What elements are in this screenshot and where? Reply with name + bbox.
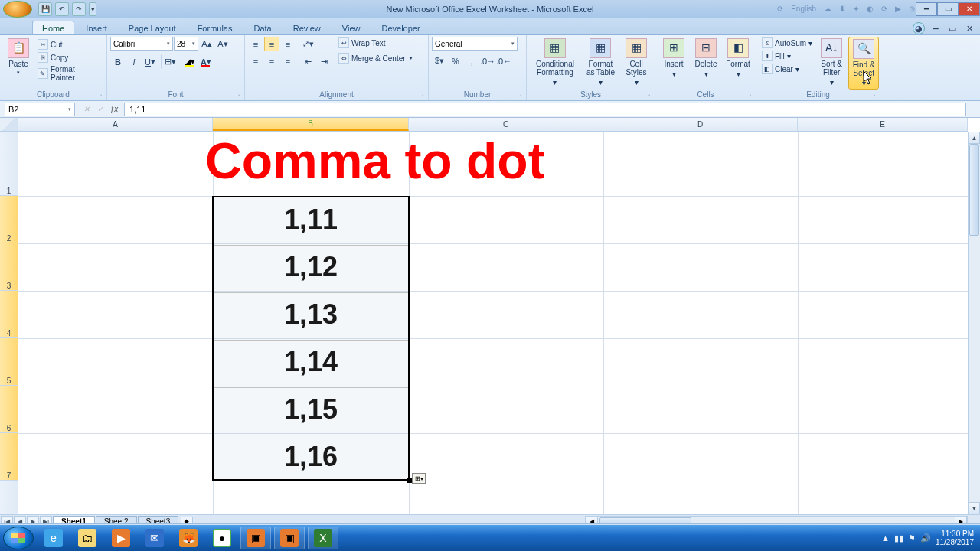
merge-icon: ⇔ <box>338 53 349 64</box>
italic-button[interactable]: I <box>126 54 142 69</box>
percent-format-icon[interactable]: % <box>448 54 463 68</box>
taskbar-firefox-icon[interactable]: 🦊 <box>173 527 204 549</box>
increase-indent-icon[interactable]: ⇥ <box>316 54 332 69</box>
border-button[interactable]: ⊞▾ <box>162 54 178 69</box>
name-box[interactable]: B2▾ <box>5 103 75 116</box>
tab-data[interactable]: Data <box>243 21 281 34</box>
bold-button[interactable]: B <box>110 54 126 69</box>
tab-home[interactable]: Home <box>32 21 74 34</box>
minimize-button[interactable]: ━ <box>916 2 937 16</box>
tray-network-icon[interactable]: ▮▮ <box>894 533 903 543</box>
taskbar-app2-icon[interactable]: ▣ <box>274 527 305 549</box>
autofill-options-icon[interactable]: ⊞▾ <box>412 473 426 484</box>
align-right-icon[interactable]: ≡ <box>280 54 296 69</box>
insert-cells-button[interactable]: ⊞Insert▾ <box>658 37 689 80</box>
tab-formulas[interactable]: Formulas <box>188 21 243 34</box>
qat-customize-icon[interactable]: ▾ <box>89 2 96 16</box>
start-button[interactable] <box>3 527 34 549</box>
clear-button[interactable]: ◧Clear▾ <box>760 63 815 75</box>
col-header-B[interactable]: B <box>213 118 409 131</box>
tray-flag-icon[interactable]: ⚑ <box>908 533 916 543</box>
formula-input[interactable]: 1,11 <box>124 103 966 116</box>
align-bottom-icon[interactable]: ≡ <box>280 37 296 51</box>
close-workbook-icon[interactable]: ✕ <box>963 22 975 34</box>
conditional-formatting-button[interactable]: ▦Conditional Formatting▾ <box>530 37 580 88</box>
font-color-button[interactable]: A▾ <box>198 54 214 69</box>
format-painter-button[interactable]: ✎Format Painter <box>35 64 103 83</box>
merge-center-button[interactable]: ⇔Merge & Center▾ <box>336 52 415 64</box>
taskbar-app1-icon[interactable]: ▣ <box>240 527 271 549</box>
underline-button[interactable]: U▾ <box>142 54 158 69</box>
close-button[interactable]: ✕ <box>959 2 980 16</box>
shrink-font-icon[interactable]: A▾ <box>215 37 230 51</box>
help-icon[interactable]: ◕ <box>913 22 925 34</box>
number-format-select[interactable]: General▾ <box>432 37 518 51</box>
sort-filter-button[interactable]: A↓Sort & Filter▾ <box>816 37 847 88</box>
autosum-button[interactable]: ΣAutoSum▾ <box>760 37 815 49</box>
tray-up-icon[interactable]: ▲ <box>881 533 890 543</box>
row-header-3[interactable]: 3 <box>0 243 18 291</box>
taskbar-mail-icon[interactable]: ✉ <box>139 527 170 549</box>
decrease-decimal-icon[interactable]: .0← <box>496 54 511 68</box>
tray-clock[interactable]: 11:30 PM 11/28/2017 <box>936 530 974 546</box>
row-header-2[interactable]: 2 <box>0 196 18 243</box>
restore-window-icon[interactable]: ▭ <box>946 22 959 34</box>
find-select-button[interactable]: 🔍Find & Select▾ <box>848 37 879 90</box>
align-top-icon[interactable]: ≡ <box>248 37 263 51</box>
vertical-scrollbar[interactable]: ▲ ▼ <box>968 132 980 514</box>
orientation-icon[interactable]: ⤢▾ <box>300 37 315 51</box>
tab-review[interactable]: Review <box>283 21 331 34</box>
cell-styles-button[interactable]: ▦Cell Styles▾ <box>621 37 652 88</box>
taskbar-explorer-icon[interactable]: 🗂 <box>72 527 103 549</box>
row-header-5[interactable]: 5 <box>0 338 18 386</box>
row-header-6[interactable]: 6 <box>0 386 18 433</box>
wrap-text-button[interactable]: ↩Wrap Text <box>336 37 415 49</box>
taskbar-ie-icon[interactable]: e <box>38 527 69 549</box>
fx-icon[interactable]: ƒx <box>107 103 121 116</box>
taskbar-media-player-icon[interactable]: ▶ <box>106 527 136 549</box>
format-as-table-button[interactable]: ▦Format as Table▾ <box>582 37 619 88</box>
col-header-E[interactable]: E <box>798 118 968 131</box>
maximize-button[interactable]: ▭ <box>937 2 959 16</box>
align-left-icon[interactable]: ≡ <box>248 54 263 69</box>
accounting-format-icon[interactable]: $▾ <box>432 54 447 68</box>
tab-page-layout[interactable]: Page Layout <box>119 21 186 34</box>
row-header-1[interactable]: 1 <box>0 132 18 196</box>
col-header-D[interactable]: D <box>603 118 798 131</box>
cut-button[interactable]: ✂Cut <box>35 38 103 51</box>
col-header-A[interactable]: A <box>18 118 213 131</box>
select-all-corner[interactable] <box>0 118 18 131</box>
tab-insert[interactable]: Insert <box>76 21 117 34</box>
scroll-thumb-v <box>969 144 979 236</box>
grow-font-icon[interactable]: A▴ <box>199 37 214 51</box>
office-button[interactable] <box>3 1 32 18</box>
taskbar-chrome-icon[interactable]: ● <box>207 527 237 549</box>
qat-save-icon[interactable]: 💾 <box>38 2 52 16</box>
enter-formula-icon[interactable]: ✓ <box>93 103 107 116</box>
comma-format-icon[interactable]: , <box>464 54 479 68</box>
cancel-formula-icon[interactable]: ✕ <box>80 103 93 116</box>
align-center-icon[interactable]: ≡ <box>264 54 279 69</box>
row-header-4[interactable]: 4 <box>0 291 18 338</box>
format-cells-button[interactable]: ◧Format▾ <box>723 37 753 80</box>
decrease-indent-icon[interactable]: ⇤ <box>300 54 315 69</box>
increase-decimal-icon[interactable]: .0→ <box>480 54 495 68</box>
row-header-7[interactable]: 7 <box>0 433 18 481</box>
font-name-select[interactable]: Calibri▾ <box>110 37 173 51</box>
tab-view[interactable]: View <box>332 21 371 34</box>
copy-button[interactable]: ⎘Copy <box>35 51 103 64</box>
taskbar-excel-icon[interactable]: X <box>308 527 338 549</box>
qat-undo-icon[interactable]: ↶ <box>55 2 69 16</box>
tab-developer[interactable]: Developer <box>371 21 430 34</box>
tray-volume-icon[interactable]: 🔊 <box>920 533 931 543</box>
paste-button[interactable]: 📋 Paste▾ <box>3 37 34 77</box>
fill-color-button[interactable]: ◢▾ <box>182 54 198 69</box>
delete-cells-button[interactable]: ⊟Delete▾ <box>691 37 721 80</box>
align-middle-icon[interactable]: ≡ <box>264 37 279 51</box>
col-header-C[interactable]: C <box>409 118 603 131</box>
fill-button[interactable]: ⬇Fill▾ <box>760 50 815 62</box>
qat-redo-icon[interactable]: ↷ <box>72 2 86 16</box>
cell-grid[interactable]: Comma to dot 1,11 1,12 1,13 1,14 1,15 1,… <box>18 132 968 514</box>
font-size-select[interactable]: 28▾ <box>174 37 198 51</box>
minimize-ribbon-icon[interactable]: ━ <box>929 22 942 34</box>
